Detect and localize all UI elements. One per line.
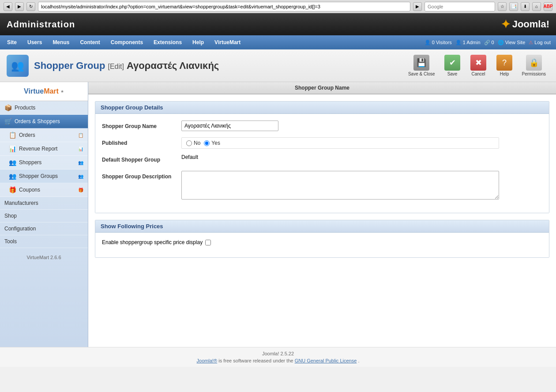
- main-layout: Virtue Mart ★ 📦 Products 🛒 Orders & Shop…: [0, 82, 556, 347]
- save-close-icon: 💾: [413, 55, 429, 71]
- bookmark-icon[interactable]: 📑: [509, 2, 518, 11]
- edit-badge: [Edit]: [108, 63, 124, 70]
- published-row: Published No Yes: [102, 137, 542, 149]
- description-field: [181, 171, 542, 201]
- nav-help[interactable]: Help: [187, 35, 209, 49]
- save-button[interactable]: ✔ Save: [440, 53, 465, 78]
- back-button[interactable]: ◀: [4, 2, 12, 11]
- published-radio-group: No Yes: [181, 137, 499, 149]
- gpl-link[interactable]: GNU General Public License: [295, 358, 357, 363]
- sidebar-item-revenue[interactable]: 📊 Revenue Report 📊: [0, 142, 88, 156]
- sidebar-item-tools[interactable]: Tools: [0, 235, 88, 248]
- enable-price-display-checkbox[interactable]: [205, 240, 211, 245]
- nav-menus[interactable]: Menus: [47, 35, 75, 49]
- enable-price-display-label: Enable shoppergroup specific price displ…: [102, 239, 203, 245]
- shopper-group-name-row: Shopper Group Name: [102, 121, 542, 132]
- virtuemart-version: VirtueMart 2.6.6: [0, 248, 88, 267]
- joomla-link[interactable]: Joomla!®: [197, 358, 218, 363]
- sidebar-item-shoppers[interactable]: 👥 Shoppers 👥: [0, 156, 88, 170]
- save-close-label: Save & Close: [408, 72, 435, 76]
- published-no-radio[interactable]: [186, 140, 192, 146]
- adblock-icon[interactable]: ABP: [544, 2, 552, 11]
- sidebar-item-orders-shoppers[interactable]: 🛒 Orders & Shoppers: [0, 115, 88, 128]
- products-icon: 📦: [4, 104, 12, 111]
- refresh-button[interactable]: ↻: [26, 2, 35, 11]
- sidebar-shopper-groups-label: Shopper Groups: [19, 173, 58, 179]
- page-footer: Joomla! 2.5.22 Joomla!® is free software…: [0, 347, 556, 367]
- admin-icon: 👤: [455, 40, 462, 45]
- shopper-groups-icon: 👥: [9, 173, 16, 180]
- browser-bar: ◀ ▶ ↻ ▶ ☆ 📑 ⬇ ⌂ ABP: [0, 0, 556, 13]
- description-label: Shopper Group Description: [102, 171, 181, 182]
- links-count: 🔗 0: [484, 40, 494, 45]
- page-title: Shopper Group [Edit] Αγοραστές Λιανικής: [34, 60, 219, 72]
- star-icon[interactable]: ☆: [498, 2, 507, 11]
- form-content: Shopper Group Details Shopper Group Name…: [88, 94, 556, 271]
- help-label: Help: [500, 72, 509, 76]
- top-nav: Site Users Menus Content Components Exte…: [0, 35, 556, 49]
- published-no-label[interactable]: No: [186, 140, 200, 146]
- sidebar-item-manufacturers[interactable]: Manufacturers: [0, 197, 88, 210]
- sidebar-item-shop[interactable]: Shop: [0, 210, 88, 222]
- sidebar-configuration-label: Configuration: [4, 226, 36, 232]
- orders-badge: 📋: [78, 133, 83, 138]
- description-textarea[interactable]: [181, 171, 499, 200]
- nav-site[interactable]: Site: [2, 35, 22, 49]
- search-bar[interactable]: [425, 2, 495, 11]
- content-area: Shopper Group Name Shopper Group Details…: [88, 82, 556, 347]
- permissions-label: Permissions: [522, 72, 546, 76]
- sidebar: Virtue Mart ★ 📦 Products 🛒 Orders & Shop…: [0, 82, 88, 347]
- url-bar[interactable]: [38, 2, 410, 11]
- sidebar-logo: Virtue Mart ★: [0, 82, 88, 101]
- published-yes-radio[interactable]: [204, 140, 210, 146]
- help-icon: ?: [496, 55, 512, 71]
- go-button[interactable]: ▶: [413, 2, 422, 11]
- save-close-button[interactable]: 💾 Save & Close: [405, 53, 439, 78]
- nav-virtuemart[interactable]: VirtueMart: [209, 35, 246, 49]
- sidebar-shop-label: Shop: [4, 213, 17, 219]
- sidebar-item-orders[interactable]: 📋 Orders 📋: [0, 128, 88, 142]
- section-details-body: Shopper Group Name Published No: [95, 114, 549, 213]
- shopper-group-name-input[interactable]: [181, 121, 278, 131]
- default-shopper-row: Default Shopper Group Default: [102, 154, 542, 166]
- download-icon[interactable]: ⬇: [521, 2, 530, 11]
- enable-price-display-row: Enable shoppergroup specific price displ…: [102, 239, 542, 245]
- section-prices-header: Show Following Prices: [95, 220, 549, 233]
- sidebar-item-coupons[interactable]: 🎁 Coupons 🎁: [0, 183, 88, 197]
- coupons-icon: 🎁: [9, 186, 16, 193]
- help-button[interactable]: ? Help: [492, 53, 517, 78]
- default-shopper-value: Default: [181, 154, 198, 160]
- sidebar-item-products[interactable]: 📦 Products: [0, 101, 88, 115]
- permissions-button[interactable]: 🔒 Permissions: [518, 53, 549, 78]
- forward-button[interactable]: ▶: [15, 2, 24, 11]
- sidebar-item-configuration[interactable]: Configuration: [0, 222, 88, 235]
- orders-sub-icon: 📋: [9, 132, 16, 139]
- sidebar-item-shopper-groups[interactable]: 👥 Shopper Groups 👥: [0, 170, 88, 183]
- joomla-label: Joomla!: [512, 19, 549, 30]
- top-nav-left: Site Users Menus Content Components Exte…: [2, 35, 246, 49]
- admin-title: Administration: [7, 19, 75, 30]
- sidebar-shoppers-label: Shoppers: [19, 159, 41, 166]
- nav-extensions[interactable]: Extensions: [148, 35, 187, 49]
- cancel-button[interactable]: ✖ Cancel: [466, 53, 491, 78]
- visitors-icon: 👤: [425, 40, 431, 45]
- logout-button[interactable]: ⚠ Log out: [529, 40, 551, 45]
- nav-content[interactable]: Content: [75, 35, 105, 49]
- page-header: 👥 Shopper Group [Edit] Αγοραστές Λιανική…: [0, 49, 556, 82]
- home-icon[interactable]: ⌂: [532, 2, 541, 11]
- page-title-text: Shopper Group: [34, 60, 105, 71]
- shopper-group-details-section: Shopper Group Details Shopper Group Name…: [95, 101, 549, 213]
- cancel-icon: ✖: [470, 55, 486, 71]
- coupons-badge: 🎁: [78, 188, 83, 192]
- shopper-group-name-label: Shopper Group Name: [102, 121, 181, 132]
- nav-users[interactable]: Users: [22, 35, 47, 49]
- nav-components[interactable]: Components: [105, 35, 148, 49]
- published-yes-label[interactable]: Yes: [204, 140, 220, 146]
- sidebar-coupons-label: Coupons: [19, 187, 40, 193]
- footer-license-text: Joomla!® is free software released under…: [4, 358, 552, 363]
- section-details-header: Shopper Group Details: [95, 102, 549, 114]
- view-site-link[interactable]: 🌐 View Site: [498, 40, 526, 45]
- permissions-icon: 🔒: [526, 55, 542, 71]
- toolbar: 💾 Save & Close ✔ Save ✖ Cancel ? Help 🔒 …: [405, 53, 549, 78]
- joomla-logo: ✦ Joomla!: [501, 18, 549, 31]
